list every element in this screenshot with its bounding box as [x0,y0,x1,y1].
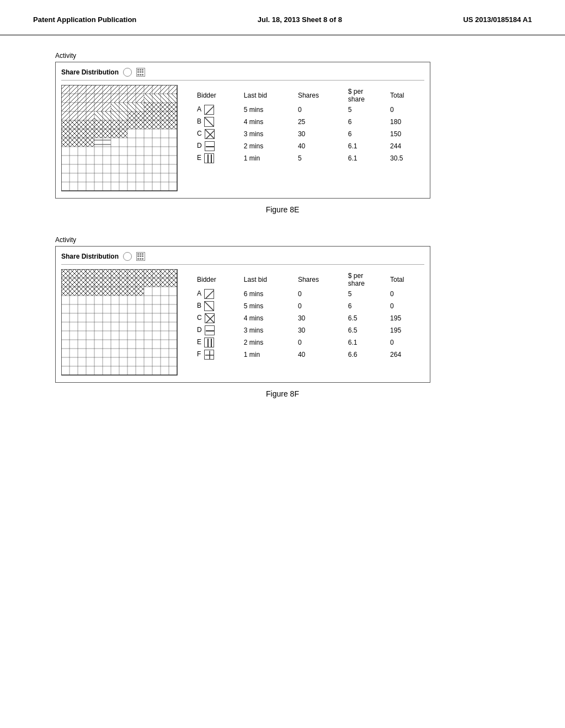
title-bar-8e: Share Distribution [61,68,424,81]
bid-table-8e: Bidder Last bid Shares $ pershare Total … [194,87,424,164]
figure-label-8e: Figure 8E [55,205,510,214]
cell-total: 195 [387,312,424,324]
table-row: D 2 mins406.1244 [194,140,424,152]
cell-price: 6.1 [345,152,387,164]
diagram-title-8e: Share Distribution [61,68,119,76]
grid-area-8e [61,85,183,192]
cell-total: 0 [387,336,424,349]
cell-total: 0 [387,300,424,312]
col-shares-8e: Shares [295,87,345,104]
cell-bidder: E [194,152,241,164]
svg-line-106 [205,290,214,299]
cell-total: 0 [387,104,424,116]
col-total-8f: Total [387,271,424,288]
figure-label-8f: Figure 8F [55,389,510,398]
figure-8f-section: Activity Share Distribution [55,236,510,398]
cell-total: 150 [387,128,424,140]
cell-bidder: B [194,300,241,312]
cell-total: 244 [387,140,424,152]
cell-lastbid: 2 mins [241,336,295,349]
title-bar-8f: Share Distribution [61,252,424,265]
cell-total: 180 [387,116,424,128]
svg-line-107 [205,302,214,311]
cell-shares: 25 [295,116,345,128]
cell-price: 6 [345,116,387,128]
cell-shares: 40 [295,349,345,361]
page-content: Activity Share Distribution [0,41,565,431]
table-row: F 1 min406.6264 [194,349,424,361]
cell-bidder: A [194,288,241,300]
cell-shares: 0 [295,336,345,349]
cell-bidder: D [194,140,241,152]
cell-total: 264 [387,349,424,361]
header-center: Jul. 18, 2013 Sheet 8 of 8 [258,15,342,24]
header-left: Patent Application Publication [33,15,136,24]
header-right: US 2013/0185184 A1 [463,15,532,24]
cell-lastbid: 3 mins [241,128,295,140]
cell-price: 5 [345,104,387,116]
table-row: C 3 mins306150 [194,128,424,140]
cell-lastbid: 5 mins [241,300,295,312]
col-total-8e: Total [387,87,424,104]
activity-label-8e: Activity [55,52,510,60]
cell-total: 0 [387,288,424,300]
cell-bidder: F [194,349,241,361]
table-row: E 2 mins06.10 [194,336,424,349]
cell-price: 6.5 [345,312,387,324]
grid-area-8f [61,269,183,377]
cell-shares: 0 [295,300,345,312]
gear-icon[interactable] [123,68,132,77]
table-row: C 4 mins306.5195 [194,312,424,324]
diagram-content-8e: Bidder Last bid Shares $ pershare Total … [61,85,424,192]
cell-price: 6.5 [345,324,387,336]
activity-label-8f: Activity [55,236,510,244]
col-price-8f: $ pershare [345,271,387,288]
cell-price: 6 [345,128,387,140]
cell-bidder: B [194,116,241,128]
grid-icon-8f[interactable] [136,252,145,261]
cell-lastbid: 4 mins [241,116,295,128]
cell-total: 30.5 [387,152,424,164]
cell-bidder: E [194,336,241,349]
cell-lastbid: 4 mins [241,312,295,324]
cell-bidder: A [194,104,241,116]
diagram-box-8e: Share Distribution [55,62,430,199]
cell-lastbid: 3 mins [241,324,295,336]
col-lastbid-8f: Last bid [241,271,295,288]
cell-price: 6.1 [345,140,387,152]
diagram-content-8f: Bidder Last bid Shares $ pershare Total … [61,269,424,377]
cell-bidder: C [194,128,241,140]
cell-bidder: C [194,312,241,324]
table-row: E 1 min56.130.5 [194,152,424,164]
table-row: A 5 mins050 [194,104,424,116]
cell-price: 5 [345,288,387,300]
table-area-8f: Bidder Last bid Shares $ pershare Total … [194,269,424,377]
cell-lastbid: 6 mins [241,288,295,300]
diagram-box-8f: Share Distribution [55,246,430,383]
diagram-title-8f: Share Distribution [61,253,119,260]
svg-line-58 [205,117,214,127]
figure-8e-section: Activity Share Distribution [55,52,510,214]
cell-lastbid: 2 mins [241,140,295,152]
col-shares-8f: Shares [295,271,345,288]
col-lastbid-8e: Last bid [241,87,295,104]
cell-lastbid: 1 min [241,349,295,361]
table-row: A 6 mins050 [194,288,424,300]
cell-shares: 30 [295,128,345,140]
col-bidder-8e: Bidder [194,87,241,104]
bid-table-8f: Bidder Last bid Shares $ pershare Total … [194,271,424,361]
cell-total: 195 [387,324,424,336]
page-header: Patent Application Publication Jul. 18, … [0,0,565,35]
cell-price: 6.6 [345,349,387,361]
cell-price: 6.1 [345,336,387,349]
cell-shares: 0 [295,288,345,300]
table-area-8e: Bidder Last bid Shares $ pershare Total … [194,85,424,192]
cell-shares: 5 [295,152,345,164]
cell-shares: 30 [295,312,345,324]
share-grid-svg-8f [61,269,183,377]
gear-icon-8f[interactable] [123,252,132,261]
table-row: B 4 mins256180 [194,116,424,128]
cell-shares: 40 [295,140,345,152]
cell-shares: 30 [295,324,345,336]
grid-icon[interactable] [136,68,145,77]
